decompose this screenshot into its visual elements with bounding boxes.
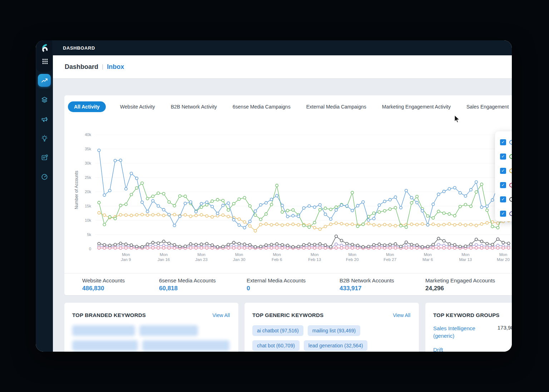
- data-point-b2b-network-activity: [448, 213, 451, 216]
- data-point-b2b-network-activity: [394, 206, 397, 209]
- keyword-group-row: Drift: [433, 346, 512, 352]
- tab-marketing-engagement-activity[interactable]: Marketing Engagement Activity: [381, 101, 452, 112]
- keyword-chip-ai-chatbot[interactable]: ai chatbot (97,516): [252, 325, 303, 336]
- legend-item-5: ✓: [500, 192, 512, 206]
- app-window: DASHBOARD Dashboard | Inbox: [36, 40, 512, 352]
- data-point-6sense-media: [442, 223, 445, 226]
- redacted-keyword-chip[interactable]: [72, 325, 135, 336]
- data-point-external-media: [173, 247, 176, 250]
- data-point-b2b-network-activity: [410, 201, 413, 204]
- legend-marker: [509, 154, 512, 159]
- keyword-group-link-drift[interactable]: Drift: [433, 346, 443, 352]
- top-keyword-groups-card: TOP KEYWORD GROUPS Sales Intelligence (g…: [425, 303, 512, 352]
- tab-6sense-media-campaigns[interactable]: 6sense Media Campaigns: [231, 101, 292, 112]
- data-point-external-media: [448, 247, 451, 250]
- tab-website-activity[interactable]: Website Activity: [119, 101, 157, 112]
- stat-value[interactable]: 486,830: [82, 285, 125, 292]
- data-point-website-activity: [195, 210, 198, 213]
- data-point-website-activity: [216, 212, 219, 215]
- sidebar-item-insights[interactable]: [38, 132, 51, 145]
- data-point-marketing-engagement: [502, 241, 505, 244]
- legend-checkbox[interactable]: ✓: [500, 139, 506, 145]
- data-point-6sense-media: [276, 223, 278, 226]
- data-point-website-activity: [416, 201, 419, 204]
- data-point-marketing-engagement: [437, 237, 440, 240]
- stat-value[interactable]: 60,818: [159, 285, 216, 292]
- data-point-website-activity: [437, 193, 440, 196]
- data-point-6sense-media: [464, 224, 467, 227]
- data-point-6sense-media: [378, 224, 381, 227]
- data-point-website-activity: [98, 149, 100, 152]
- tab-all-activity[interactable]: All Activity: [68, 101, 106, 112]
- activity-tabs: All ActivityWebsite ActivityB2B Network …: [68, 101, 508, 112]
- sidebar-item-segments[interactable]: [38, 93, 51, 106]
- data-point-6sense-media: [335, 222, 338, 225]
- data-point-b2b-network-activity: [125, 203, 128, 206]
- data-point-marketing-engagement: [292, 246, 295, 248]
- tab-sales-engagement[interactable]: Sales Engagement: [465, 101, 510, 112]
- stat-external-media-accounts: External Media Accounts0: [247, 277, 306, 292]
- breadcrumb-inbox-link[interactable]: Inbox: [107, 63, 124, 71]
- data-point-website-activity: [486, 205, 489, 208]
- data-point-6sense-media: [152, 213, 154, 216]
- sidebar-item-campaigns[interactable]: [38, 112, 51, 125]
- data-point-website-activity: [335, 208, 338, 211]
- stat-value[interactable]: 433,917: [340, 285, 394, 292]
- data-point-external-media: [270, 247, 273, 250]
- tab-external-media-campaigns[interactable]: External Media Campaigns: [305, 101, 368, 112]
- data-point-marketing-engagement: [421, 246, 424, 248]
- app-switcher-grid-icon[interactable]: [41, 57, 49, 65]
- data-point-b2b-network-activity: [222, 199, 224, 202]
- keyword-group-link-sales-intelligence-generic[interactable]: Sales Intelligence (generic): [433, 325, 490, 340]
- legend-checkbox[interactable]: ✓: [500, 168, 506, 174]
- data-point-b2b-network-activity: [162, 192, 165, 195]
- accounts-line-chart[interactable]: MonJan 9MonJan 16MonJan 23MonJan 30MonFe…: [95, 135, 512, 265]
- tab-b2b-network-activity[interactable]: B2B Network Activity: [169, 101, 218, 112]
- redacted-keyword-chip[interactable]: [72, 340, 138, 351]
- stat-website-accounts: Website Accounts486,830: [82, 277, 125, 292]
- stat-label: 6sense Media Accounts: [159, 277, 216, 283]
- sidebar-item-reports[interactable]: [38, 151, 51, 164]
- view-all-link[interactable]: View All: [393, 312, 410, 318]
- data-point-website-activity: [211, 205, 214, 208]
- redacted-keyword-chip[interactable]: [139, 325, 198, 336]
- data-point-marketing-engagement: [324, 244, 327, 247]
- data-point-marketing-engagement: [346, 242, 348, 245]
- legend-checkbox[interactable]: ✓: [500, 211, 506, 217]
- data-point-b2b-network-activity: [453, 214, 456, 217]
- data-point-b2b-network-activity: [324, 207, 327, 210]
- data-point-website-activity: [146, 210, 149, 213]
- sidebar-item-performance[interactable]: [38, 170, 51, 183]
- keyword-chip-chat-bot[interactable]: chat bot (60,709): [252, 340, 300, 351]
- data-point-b2b-network-activity: [416, 195, 419, 198]
- redacted-keyword-chip[interactable]: [142, 340, 229, 351]
- data-point-external-media: [453, 247, 456, 250]
- data-point-external-media: [243, 247, 246, 250]
- keyword-chip-mailing-list[interactable]: mailing list (93,469): [308, 325, 360, 336]
- data-point-marketing-engagement: [464, 245, 467, 248]
- data-point-marketing-engagement: [259, 245, 262, 248]
- data-point-b2b-network-activity: [238, 198, 241, 201]
- data-point-marketing-engagement: [178, 245, 181, 248]
- trending-up-icon: [41, 77, 48, 84]
- keyword-chip-lead-generation[interactable]: lead generation (32,564): [304, 340, 368, 351]
- data-point-external-media: [507, 247, 510, 250]
- data-point-website-activity: [135, 177, 138, 180]
- data-point-website-activity: [459, 191, 461, 194]
- legend-checkbox[interactable]: ✓: [500, 182, 506, 188]
- data-point-external-media: [351, 247, 354, 250]
- legend-marker: [509, 197, 512, 202]
- data-point-6sense-media: [130, 214, 133, 217]
- data-point-6sense-media: [119, 213, 122, 216]
- data-point-marketing-engagement: [475, 238, 478, 241]
- data-point-website-activity: [356, 204, 359, 207]
- summary-stats-row: Website Accounts486,8306sense Media Acco…: [64, 273, 512, 296]
- view-all-link[interactable]: View All: [212, 312, 230, 318]
- stat-value[interactable]: 0: [247, 285, 306, 292]
- data-point-marketing-engagement: [442, 240, 445, 242]
- legend-checkbox[interactable]: ✓: [500, 196, 506, 202]
- sidebar-item-dashboards[interactable]: [38, 74, 51, 87]
- card-title: TOP BRANDED KEYWORDS: [72, 312, 146, 318]
- data-point-marketing-engagement: [157, 242, 160, 245]
- legend-checkbox[interactable]: ✓: [500, 154, 506, 160]
